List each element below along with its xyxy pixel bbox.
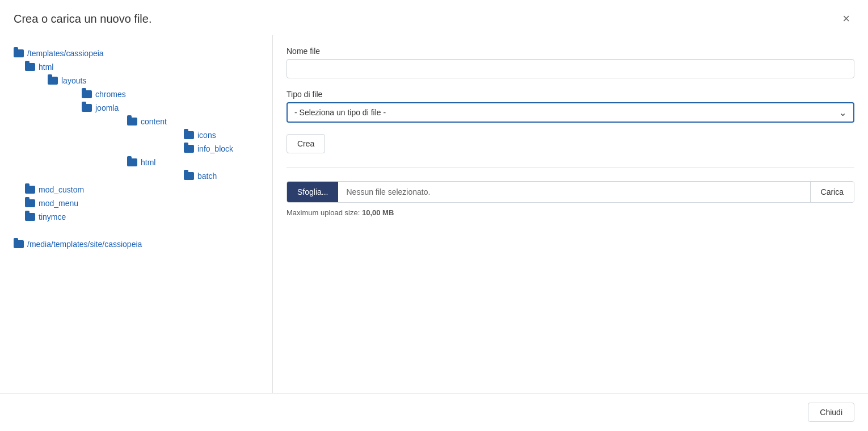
tree-level-icons: icons	[127, 128, 259, 142]
form-panel: Nome file Tipo di file - Seleziona un ti…	[272, 35, 868, 393]
tree-level-tinymce: tinymce	[14, 210, 259, 224]
folder-icon	[127, 158, 137, 166]
nome-file-group: Nome file	[286, 47, 854, 78]
tree-item-templates-cassiopeia[interactable]: /templates/cassiopeia	[14, 47, 259, 60]
tree-item-label: mod_menu	[39, 199, 78, 208]
tree-item-layouts[interactable]: layouts	[48, 74, 259, 87]
file-tree-panel: /templates/cassiopeia html layouts	[0, 35, 272, 393]
folder-icon	[48, 77, 58, 85]
upload-info: Maximum upload size: 10,00 MB	[286, 208, 854, 217]
tree-item-label: html	[39, 62, 53, 72]
crea-button[interactable]: Crea	[286, 134, 325, 153]
file-name-display: Nessun file selezionato.	[338, 182, 810, 202]
folder-icon	[14, 240, 24, 248]
tree-item-label: chromes	[95, 90, 126, 99]
tree-item-label: /media/templates/site/cassiopeia	[27, 240, 142, 249]
tree-item-mod-menu[interactable]: mod_menu	[25, 196, 259, 210]
upload-group: Sfoglia... Nessun file selezionato. Cari…	[286, 181, 854, 217]
tree-item-mod-custom[interactable]: mod_custom	[25, 183, 259, 196]
nome-file-label: Nome file	[286, 47, 854, 56]
tree-item-label: tinymce	[39, 212, 66, 221]
folder-icon	[184, 172, 194, 180]
folder-icon	[25, 63, 35, 71]
upload-size: 10,00 MB	[362, 208, 394, 217]
folder-icon	[25, 186, 35, 194]
upload-row: Sfoglia... Nessun file selezionato. Cari…	[286, 181, 854, 203]
tree-item-icons[interactable]: icons	[184, 128, 259, 142]
tree-level-mod-custom: mod_custom	[14, 183, 259, 196]
folder-icon	[82, 90, 92, 98]
tipo-file-group: Tipo di file - Seleziona un tipo di file…	[286, 90, 854, 123]
folder-icon	[184, 145, 194, 153]
tree-level-batch: batch	[127, 169, 259, 183]
tree-item-content[interactable]: content	[127, 115, 259, 128]
chiudi-button[interactable]: Chiudi	[808, 403, 854, 422]
folder-icon	[184, 131, 194, 139]
tree-item-label: info_block	[197, 144, 233, 153]
tree-level-layouts: layouts chromes	[25, 74, 259, 183]
sfoglia-button[interactable]: Sfoglia...	[287, 182, 338, 202]
close-button[interactable]: ×	[838, 10, 854, 27]
tree-item-label: html	[141, 158, 155, 167]
tree-item-tinymce[interactable]: tinymce	[25, 210, 259, 224]
carica-button[interactable]: Carica	[810, 182, 854, 202]
divider	[286, 167, 854, 168]
tree-item-label: layouts	[61, 76, 86, 85]
tipo-file-select-wrapper: - Seleziona un tipo di file - ⌄	[286, 102, 854, 123]
tree-item-chromes[interactable]: chromes	[82, 87, 259, 101]
folder-icon	[25, 213, 35, 221]
dialog-title: Crea o carica un nuovo file.	[14, 12, 151, 26]
crea-group: Crea	[286, 134, 854, 153]
tree-item-batch[interactable]: batch	[184, 169, 259, 183]
tree-level-chromes: chromes	[48, 87, 259, 101]
tree-level-html-joomla: html batch	[82, 156, 259, 183]
tree-root-media: /media/templates/site/cassiopeia	[14, 237, 259, 251]
tree-item-joomla[interactable]: joomla	[82, 101, 259, 115]
tree-item-label: icons	[197, 131, 216, 140]
dialog-header: Crea o carica un nuovo file. ×	[0, 0, 868, 35]
tree-level-info-block: info_block	[127, 142, 259, 156]
tree-item-label: /templates/cassiopeia	[27, 49, 104, 58]
tree-level-content: content icons	[82, 115, 259, 156]
tree-item-info-block[interactable]: info_block	[184, 142, 259, 156]
dialog-footer: Chiudi	[0, 393, 868, 431]
folder-icon	[14, 49, 24, 57]
tree-item-label: content	[141, 117, 167, 126]
upload-info-prefix: Maximum upload size:	[286, 208, 362, 217]
tree-item-label: joomla	[95, 103, 119, 112]
tipo-file-select[interactable]: - Seleziona un tipo di file -	[286, 102, 854, 123]
tipo-file-label: Tipo di file	[286, 90, 854, 99]
tree-level-joomla: joomla content	[48, 101, 259, 183]
tree-item-media-templates[interactable]: /media/templates/site/cassiopeia	[14, 237, 259, 251]
tree-level-mod-menu: mod_menu	[14, 196, 259, 210]
folder-icon	[127, 118, 137, 125]
dialog-body: /templates/cassiopeia html layouts	[0, 35, 868, 393]
tree-item-html[interactable]: html	[25, 60, 259, 74]
folder-icon	[25, 199, 35, 207]
tree-root-templates: /templates/cassiopeia html layouts	[14, 47, 259, 224]
dialog: Crea o carica un nuovo file. × /template…	[0, 0, 868, 431]
tree-item-label: mod_custom	[39, 185, 84, 194]
nome-file-input[interactable]	[286, 59, 854, 78]
tree-item-html-joomla[interactable]: html	[127, 156, 259, 169]
tree-level-html: html layouts chromes	[14, 60, 259, 183]
folder-icon	[82, 104, 92, 112]
tree-item-label: batch	[197, 171, 217, 181]
